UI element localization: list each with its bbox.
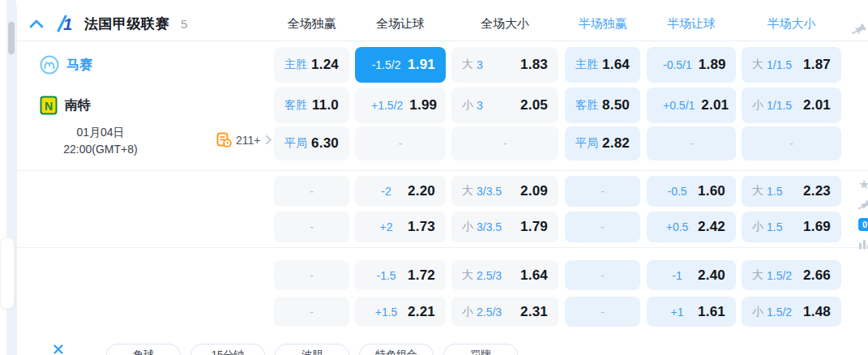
- odds-cell[interactable]: 大3/3.52.09: [451, 176, 558, 207]
- odds-cell[interactable]: 平局6.30: [274, 126, 349, 160]
- odds-cell-empty: -: [565, 260, 640, 290]
- odds-selection-label: +2: [371, 220, 408, 233]
- floating-side-widget[interactable]: [0, 237, 15, 310]
- odds-value: 11.0: [312, 97, 339, 113]
- odds-cell[interactable]: -0.5/11.89: [647, 47, 736, 83]
- quick-market-tag-2[interactable]: 波胆: [275, 344, 349, 355]
- odds-value: 1.83: [520, 57, 548, 73]
- column-header-half-3[interactable]: 半场独赢: [579, 16, 627, 32]
- odds-cell[interactable]: 小1.51.69: [742, 212, 841, 242]
- odds-cell[interactable]: 小32.05: [451, 88, 558, 123]
- favorite-star-icon[interactable]: ★: [858, 178, 868, 191]
- odds-selection-label: -2: [371, 185, 408, 198]
- odds-cell[interactable]: 小1/1.52.01: [742, 88, 841, 123]
- empty-dash: -: [310, 185, 314, 198]
- odds-selection-label: -1.5/2: [371, 58, 408, 71]
- odds-value: 8.50: [602, 97, 630, 113]
- empty-dash: -: [310, 220, 314, 233]
- home-team-row[interactable]: 马赛: [40, 54, 92, 75]
- odds-value: 1.64: [520, 267, 548, 284]
- odds-selection-label: +1.5/2: [371, 99, 409, 112]
- odds-cell[interactable]: +21.73: [355, 212, 446, 242]
- over-under-prefix: 大: [752, 184, 763, 199]
- column-header-full-1[interactable]: 全场让球: [376, 16, 425, 32]
- odds-cell-empty: -: [565, 297, 640, 327]
- scrollbar-thumb[interactable]: [8, 22, 15, 54]
- collapse-league-icon[interactable]: [29, 19, 44, 28]
- odds-cell[interactable]: +1.52.21: [355, 297, 446, 327]
- league-odds-panel: 1 法国甲级联赛 5 全场独赢全场让球全场大小半场独赢半场让球半场大小 马赛: [16, 0, 868, 355]
- odds-value: 1.69: [803, 219, 831, 235]
- group-divider: [17, 247, 868, 248]
- odds-selection-label: +0.5/1: [663, 99, 701, 112]
- quick-market-tag-1[interactable]: 15分钟: [190, 344, 265, 355]
- odds-selection-label: 客胜: [575, 98, 598, 113]
- quick-market-tag-0[interactable]: 角球: [106, 344, 181, 355]
- betting-odds-screen: { "header": { "league_name": "法国甲级联赛", "…: [0, 0, 868, 355]
- home-team-name[interactable]: 马赛: [66, 57, 92, 74]
- odds-value: 1.24: [311, 57, 339, 73]
- quick-market-tag-3[interactable]: 特色组合: [359, 344, 434, 355]
- league-name[interactable]: 法国甲级联赛: [84, 15, 169, 33]
- away-team-name[interactable]: 南特: [65, 97, 91, 114]
- odds-cell[interactable]: 小3/3.51.79: [451, 212, 558, 242]
- column-header-full-2[interactable]: 全场大小: [481, 16, 529, 32]
- odds-selection-label: 大1.5: [752, 184, 782, 199]
- odds-value: 1.91: [408, 57, 435, 73]
- svg-text:N: N: [45, 100, 53, 113]
- odds-value: 2.23: [803, 183, 831, 199]
- kickoff-date: 01月04日: [32, 124, 169, 141]
- nantes-crest-icon: N: [40, 96, 58, 115]
- odds-value: 2.66: [803, 267, 831, 284]
- column-header-half-5[interactable]: 半场大小: [768, 16, 816, 32]
- odds-cell[interactable]: 主胜1.64: [565, 47, 640, 83]
- over-under-prefix: 小: [462, 220, 473, 234]
- odds-selection-label: 大1.5/2: [752, 268, 792, 283]
- pin-match-icon[interactable]: [858, 199, 868, 215]
- odds-selection-label: +1.5: [371, 306, 408, 319]
- collapse-close-icon[interactable]: [53, 344, 64, 355]
- odds-cell[interactable]: 客胜11.0: [274, 88, 349, 123]
- odds-cell[interactable]: 客胜8.50: [565, 88, 640, 123]
- away-team-row[interactable]: N 南特: [40, 95, 91, 116]
- quick-market-tag-4[interactable]: 罚牌: [443, 344, 518, 355]
- over-under-prefix: 大: [462, 58, 473, 72]
- bet-count-badge[interactable]: 0: [858, 218, 868, 231]
- more-markets-link[interactable]: 211+: [216, 132, 272, 148]
- odds-cell-empty: -: [565, 176, 640, 207]
- odds-cell[interactable]: 大31.83: [451, 47, 558, 83]
- odds-cell[interactable]: -12.40: [647, 260, 736, 290]
- odds-selection-label: +0.5: [663, 220, 698, 233]
- odds-cell[interactable]: +0.52.42: [647, 212, 736, 242]
- odds-cell[interactable]: 大1.5/22.66: [742, 260, 841, 290]
- odds-cell[interactable]: 小1.5/21.48: [742, 297, 841, 327]
- odds-cell[interactable]: 大1.52.23: [742, 176, 841, 207]
- odds-cell[interactable]: 平局2.82: [565, 126, 640, 160]
- over-under-prefix: 大: [462, 184, 473, 199]
- odds-selection-label: -0.5/1: [663, 58, 699, 71]
- column-header-full-0[interactable]: 全场独赢: [288, 16, 336, 32]
- pin-league-icon[interactable]: [852, 21, 868, 41]
- chevron-right-icon: [265, 135, 272, 145]
- odds-selection-label: 小3/3.5: [462, 220, 502, 234]
- stats-bars-icon[interactable]: [858, 237, 868, 253]
- odds-cell[interactable]: 大2.5/31.64: [451, 260, 558, 290]
- odds-cell[interactable]: 小2.5/32.31: [451, 297, 558, 327]
- odds-cell[interactable]: -0.51.60: [647, 176, 736, 207]
- odds-cell-empty: -: [565, 212, 640, 242]
- odds-cell[interactable]: -22.20: [355, 176, 446, 207]
- odds-selection-label: 大2.5/3: [462, 268, 502, 283]
- marseille-crest-icon: [40, 55, 59, 75]
- odds-cell[interactable]: +11.61: [647, 297, 736, 327]
- odds-cell[interactable]: -1.5/21.91: [355, 47, 446, 83]
- odds-cell[interactable]: 大1/1.51.87: [742, 47, 841, 83]
- odds-cell[interactable]: +0.5/12.01: [647, 88, 736, 123]
- column-header-half-4[interactable]: 半场让球: [667, 16, 716, 32]
- odds-cell-empty: -: [355, 126, 446, 160]
- odds-cell[interactable]: +1.5/21.99: [355, 88, 446, 123]
- odds-value: 2.20: [408, 183, 435, 199]
- odds-cell[interactable]: -1.51.72: [355, 260, 446, 290]
- odds-cell[interactable]: 主胜1.24: [274, 47, 349, 83]
- odds-cell-empty: -: [274, 260, 349, 290]
- over-under-prefix: 小: [462, 305, 473, 319]
